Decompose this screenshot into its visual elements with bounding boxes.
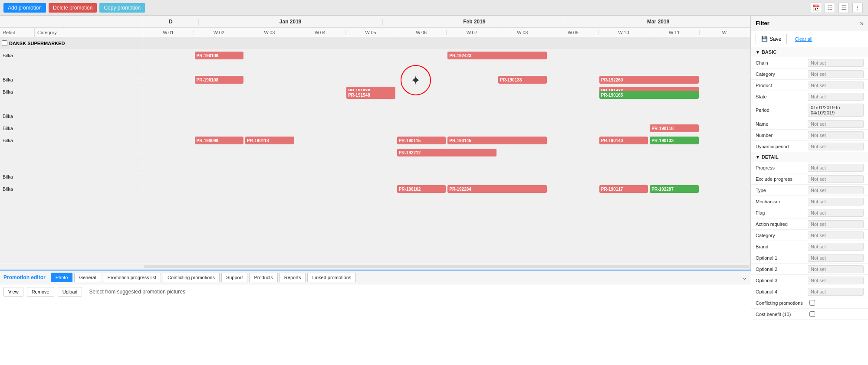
- filter-value-type[interactable]: Not set: [808, 186, 864, 194]
- filter-row-type: Type Not set: [751, 185, 868, 196]
- add-promotion-button[interactable]: Add promotion: [3, 3, 46, 13]
- promo-bar[interactable]: PR-190108: [195, 76, 244, 84]
- filter-label-flag: Flag: [756, 210, 808, 215]
- list-icon[interactable]: ☷: [825, 3, 835, 13]
- tab-linked[interactable]: Linked promotions: [307, 273, 356, 282]
- filter-row-optional2: Optional 2 Not set: [751, 264, 868, 275]
- detail-collapse-arrow: ▼: [756, 155, 760, 160]
- filter-label-chain: Chain: [756, 60, 808, 65]
- promo-bar[interactable]: PR-190109: [195, 52, 244, 59]
- filter-value-category[interactable]: Not set: [808, 70, 864, 78]
- tab-support[interactable]: Support: [221, 273, 248, 282]
- tab-conflicting[interactable]: Conflicting promotions: [163, 273, 220, 282]
- gantt-body[interactable]: DANSK SUPERMARKED Bilka PR-190109: [0, 37, 750, 263]
- filter-row-conflicting-promo: Conflicting promotions: [751, 297, 868, 309]
- filter-panel: Filter » 💾 Save Clear all ▼ BASIC Chain …: [751, 16, 868, 365]
- promo-bar[interactable]: PR-190113: [245, 137, 294, 144]
- promo-bar[interactable]: PR-190118: [650, 124, 699, 132]
- save-disk-icon: 💾: [761, 36, 768, 42]
- filter-value-flag[interactable]: Not set: [808, 209, 864, 217]
- upload-button[interactable]: Upload: [58, 287, 82, 297]
- view-button[interactable]: View: [3, 287, 23, 297]
- filter-value-brand[interactable]: Not set: [808, 243, 864, 251]
- row-cells: PR-190102 PR-192284 PR-190117 PR-192287: [143, 183, 750, 195]
- view-icons: 📅 ☷ ☰ ⋮: [811, 3, 863, 13]
- editor-collapse-icon[interactable]: ⌄: [742, 273, 747, 281]
- filter-value-detail-category[interactable]: Not set: [808, 231, 864, 239]
- promo-editor-title: Promotion editor: [3, 274, 46, 280]
- promo-bar[interactable]: PR-190099: [195, 137, 244, 144]
- gantt-scrollbar[interactable]: [0, 263, 750, 270]
- promo-bar[interactable]: PR-192212: [397, 149, 496, 156]
- filter-value-product[interactable]: Not set: [808, 81, 864, 89]
- filter-value-name[interactable]: Not set: [808, 120, 864, 128]
- menu-icon[interactable]: ☰: [838, 3, 849, 13]
- promo-bar[interactable]: PR-192287: [650, 185, 699, 193]
- filter-row-category: Category Not set: [751, 68, 868, 80]
- gantt-label-spacer: [0, 16, 143, 27]
- filter-label-type: Type: [756, 188, 808, 193]
- filter-value-dynamic-period[interactable]: Not set: [808, 143, 864, 150]
- retail-cell: Bilka: [3, 77, 37, 82]
- filter-value-mechanism[interactable]: Not set: [808, 198, 864, 205]
- conflicting-promo-checkbox[interactable]: [809, 300, 815, 306]
- promo-bar[interactable]: PR-190145: [447, 137, 547, 144]
- promo-bar[interactable]: PR-190138: [498, 76, 547, 84]
- row-label: [0, 98, 143, 110]
- filter-save-button[interactable]: 💾 Save: [756, 34, 787, 44]
- filter-value-progress[interactable]: Not set: [808, 164, 864, 172]
- group-checkbox[interactable]: [2, 40, 7, 46]
- promo-bar[interactable]: PR-190117: [599, 185, 648, 193]
- promo-bar[interactable]: PR-190140: [599, 137, 648, 144]
- filter-row-flag: Flag Not set: [751, 207, 868, 218]
- table-row: Bilka PR-190108 PR-190138 PR-192260 ✦: [0, 74, 750, 86]
- filter-value-optional2[interactable]: Not set: [808, 265, 864, 273]
- promo-bar[interactable]: PR-190133: [650, 137, 699, 144]
- copy-promotion-button[interactable]: Copy promotion: [99, 3, 145, 13]
- gantt-group-row: DANSK SUPERMARKED: [0, 37, 750, 49]
- tab-general[interactable]: General: [74, 273, 101, 282]
- remove-button[interactable]: Remove: [27, 287, 54, 297]
- promo-bar[interactable]: PR-190102: [397, 185, 446, 193]
- filter-row-optional4: Optional 4 Not set: [751, 286, 868, 297]
- week-w12: W.: [700, 30, 750, 35]
- week-w05: W.05: [345, 30, 396, 35]
- grid-icon[interactable]: ⋮: [852, 3, 863, 13]
- filter-clear-button[interactable]: Clear all: [789, 35, 817, 43]
- row-label: [0, 147, 143, 158]
- filter-value-optional1[interactable]: Not set: [808, 254, 864, 262]
- tab-reports[interactable]: Reports: [279, 273, 306, 282]
- filter-value-optional3[interactable]: Not set: [808, 277, 864, 284]
- filter-value-optional4[interactable]: Not set: [808, 288, 864, 296]
- tab-products[interactable]: Products: [249, 273, 277, 282]
- filter-detail-section[interactable]: ▼ DETAIL: [751, 152, 868, 162]
- delete-promotion-button[interactable]: Delete promotion: [49, 3, 97, 13]
- filter-row-optional1: Optional 1 Not set: [751, 252, 868, 264]
- calendar-icon[interactable]: 📅: [811, 3, 821, 13]
- filter-row-name: Name Not set: [751, 118, 868, 130]
- filter-value-action-required[interactable]: Not set: [808, 220, 864, 228]
- weeks-row: W.01 W.02 W.03 W.04 W.05 W.06 W.07 W.08 …: [143, 30, 750, 35]
- promo-bar[interactable]: PR-192284: [447, 185, 547, 193]
- filter-value-number[interactable]: Not set: [808, 131, 864, 139]
- gantt-week-headers: Retail Category W.01 W.02 W.03 W.04 W.05…: [0, 28, 750, 37]
- tab-photo[interactable]: Photo: [51, 273, 73, 282]
- cost-benefit-checkbox[interactable]: [809, 311, 815, 317]
- tab-progress-list[interactable]: Promotion progress list: [103, 273, 161, 282]
- row-label: Bilka: [0, 122, 143, 134]
- filter-value-exclude-progress[interactable]: Not set: [808, 175, 864, 183]
- filter-value-chain[interactable]: Not set: [808, 59, 864, 67]
- promo-bar[interactable]: PR-192423: [447, 52, 547, 59]
- promo-bar[interactable]: PR-190115: [397, 137, 446, 144]
- filter-value-period[interactable]: 01/01/2019 to 04/10/2019: [808, 104, 864, 117]
- table-row: Bilka PR-190109 PR-192423: [0, 49, 750, 62]
- promo-bar[interactable]: PR-192260: [599, 76, 699, 84]
- filter-value-state[interactable]: Not set: [808, 93, 864, 101]
- basic-collapse-arrow: ▼: [756, 50, 760, 55]
- filter-row-number: Number Not set: [751, 130, 868, 141]
- filter-basic-section[interactable]: ▼ BASIC: [751, 47, 868, 57]
- row-cells: PR-191636 PR-191548 PR-191473 PR-190165: [143, 86, 750, 98]
- table-row: [0, 159, 750, 171]
- scroll-track[interactable]: [144, 265, 750, 268]
- filter-collapse-icon[interactable]: »: [860, 20, 864, 27]
